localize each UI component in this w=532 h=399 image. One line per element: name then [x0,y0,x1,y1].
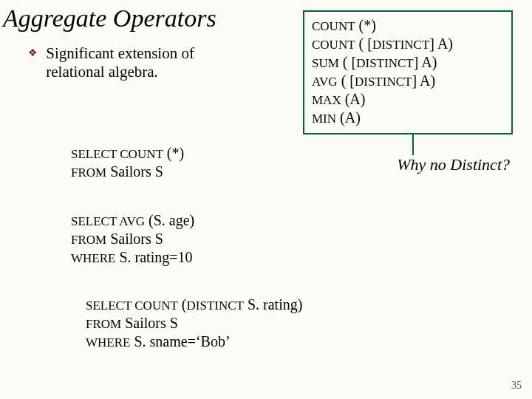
code-line: FROM Sailors S [86,314,302,332]
callout-connector-line [412,134,414,155]
sql-example-3: SELECT COUNT (DISTINCT S. rating) FROM S… [86,296,302,351]
aggregate-functions-box: COUNT (*) COUNT ( [DISTINCT] A) SUM ( [D… [303,10,513,134]
code-line: SELECT AVG (S. age) [71,211,194,230]
agg-line-avg: AVG ( [DISTINCT] A) [312,72,504,90]
code-line: FROM Sailors S [71,230,194,248]
agg-line-min: MIN (A) [312,109,504,127]
code-line: WHERE S. rating=10 [71,248,194,267]
code-line: FROM Sailors S [71,163,184,181]
code-line: SELECT COUNT (*) [71,144,184,163]
agg-line-sum: SUM ( [DISTINCT] A) [312,53,504,72]
bullet-item: ❖ Significant extension of relational al… [28,44,265,81]
why-no-distinct-label: Why no Distinct? [397,155,510,174]
slide: Aggregate Operators ❖ Significant extens… [0,0,532,399]
code-line: WHERE S. sname=‘Bob’ [86,332,302,351]
agg-line-count-star: COUNT (*) [312,16,504,35]
sql-example-2: SELECT AVG (S. age) FROM Sailors S WHERE… [71,211,194,267]
page-number: 35 [511,380,522,392]
agg-line-max: MAX (A) [312,90,504,109]
sql-example-1: SELECT COUNT (*) FROM Sailors S [71,144,184,181]
diamond-bullet-icon: ❖ [28,47,38,60]
code-line: SELECT COUNT (DISTINCT S. rating) [86,296,302,314]
slide-title: Aggregate Operators [3,4,216,33]
bullet-text: Significant extension of relational alge… [46,44,253,81]
agg-line-count-distinct: COUNT ( [DISTINCT] A) [312,35,504,53]
